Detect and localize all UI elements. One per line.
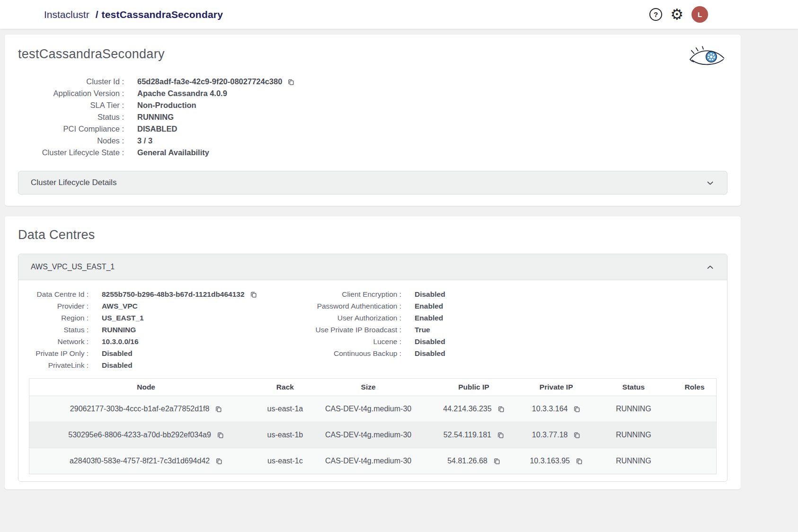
dc-panel-header[interactable]: AWS_VPC_US_EAST_1	[18, 254, 727, 280]
client-encryption-label: Client Encryption :	[301, 288, 401, 300]
user-authorization: Enabled	[415, 312, 443, 324]
copy-icon	[215, 457, 222, 465]
status-label: Status :	[18, 111, 124, 123]
provider: AWS_VPC	[102, 300, 138, 312]
instaclustr-eye-logo	[687, 46, 727, 68]
application-version: Apache Cassandra 4.0.9	[137, 88, 227, 99]
help-icon[interactable]: ?	[649, 8, 662, 21]
public-ip: 54.81.26.68	[447, 457, 488, 465]
column-header-rack: Rack	[263, 379, 307, 396]
privatelink: Disabled	[102, 359, 133, 371]
copy-button[interactable]	[573, 431, 580, 439]
copy-button[interactable]	[497, 405, 505, 413]
copy-icon	[576, 457, 583, 465]
cluster-id: 65d28adf-fa3e-42c9-9f20-08027724c380	[137, 76, 282, 88]
roles-cell	[673, 396, 717, 422]
private-ip-cell: 10.3.3.164	[518, 396, 594, 422]
copy-button[interactable]	[217, 431, 224, 439]
provider-label: Provider :	[29, 300, 89, 312]
avatar[interactable]: L	[692, 6, 708, 23]
column-header-status: Status	[594, 379, 673, 396]
cluster-status: RUNNING	[137, 111, 174, 123]
public-ip-cell: 54.81.26.68	[429, 448, 519, 474]
node-cell: 530295e6-8806-4233-a70d-bb292ef034a9	[29, 422, 263, 448]
top-bar: Instaclustr / testCassandraSecondary ? ⚙…	[0, 0, 798, 29]
password-auth: Enabled	[415, 300, 443, 312]
private-ip: 10.3.3.164	[532, 405, 568, 413]
copy-icon	[215, 405, 222, 413]
column-header-size: Size	[308, 379, 429, 396]
roles-cell	[673, 422, 717, 448]
public-ip-cell: 44.214.36.235	[429, 396, 519, 422]
lucene: Disabled	[415, 336, 445, 347]
pci-compliance-label: PCI Compliance :	[18, 123, 124, 135]
copy-button[interactable]	[215, 457, 222, 465]
nodes-label: Nodes :	[18, 135, 124, 147]
cluster-id-value: 65d28adf-fa3e-42c9-9f20-08027724c380	[137, 76, 727, 88]
status-cell: RUNNING	[594, 448, 673, 474]
copy-button[interactable]	[493, 457, 500, 465]
cluster-overview-card: testCassandraSecondary Cluster Id : 65d2…	[5, 35, 741, 206]
copy-button[interactable]	[287, 78, 294, 86]
user-authorization-label: User Authorization :	[301, 312, 401, 324]
password-auth-label: Password Authentication :	[301, 300, 401, 312]
dc-status: RUNNING	[102, 324, 136, 336]
column-header-public-ip: Public IP	[429, 379, 519, 396]
lifecycle-state: General Availability	[137, 147, 209, 159]
dc-info-right: Client Encryption : Disabled Password Au…	[301, 288, 445, 371]
chevron-down-icon	[706, 178, 715, 187]
brand-link[interactable]: Instaclustr	[44, 9, 89, 20]
public-ip: 52.54.119.181	[443, 431, 491, 439]
network: 10.3.0.0/16	[102, 336, 139, 347]
private-ip-cell: 10.3.77.18	[518, 422, 594, 448]
roles-cell	[673, 448, 717, 474]
application-version-label: Application Version :	[18, 88, 124, 99]
data-centres-title: Data Centres	[18, 228, 727, 242]
cluster-lifecycle-details-panel[interactable]: Cluster Lifecycle Details	[18, 171, 727, 195]
copy-icon	[493, 457, 500, 465]
privatelink-label: PrivateLink :	[29, 359, 89, 371]
private-ip-broadcast: True	[415, 324, 430, 336]
size-cell: CAS-DEV-t4g.medium-30	[308, 422, 429, 448]
copy-button[interactable]	[250, 291, 257, 298]
copy-button[interactable]	[576, 457, 583, 465]
copy-icon	[217, 431, 224, 439]
dc-id-value: 8255b750-b296-48b3-b67d-1121db464132	[102, 288, 301, 300]
chevron-up-icon	[706, 263, 715, 272]
public-ip: 44.214.36.235	[443, 405, 491, 413]
dc-info: Data Centre Id : 8255b750-b296-48b3-b67d…	[29, 288, 717, 371]
copy-icon	[287, 78, 294, 86]
client-encryption: Disabled	[415, 288, 445, 300]
table-row: 29062177-303b-4ccc-b1af-e2a77852d1f8 us-…	[29, 396, 717, 422]
private-ip-cell: 10.3.163.95	[518, 448, 594, 474]
node-id: 530295e6-8806-4233-a70d-bb292ef034a9	[68, 431, 211, 439]
public-ip-cell: 52.54.119.181	[429, 422, 519, 448]
breadcrumb: Instaclustr / testCassandraSecondary	[44, 9, 223, 20]
private-ip-broadcast-label: Use Private IP Broadcast :	[301, 324, 401, 336]
breadcrumb-separator: /	[96, 9, 98, 20]
dc-info-left: Data Centre Id : 8255b750-b296-48b3-b67d…	[29, 288, 301, 371]
private-ip-only: Disabled	[102, 347, 133, 359]
region-label: Region :	[29, 312, 89, 324]
copy-button[interactable]	[215, 405, 222, 413]
gear-icon[interactable]: ⚙	[670, 7, 683, 22]
node-cell: 29062177-303b-4ccc-b1af-e2a77852d1f8	[29, 396, 263, 422]
column-header-private-ip: Private IP	[518, 379, 594, 396]
lifecycle-panel-label: Cluster Lifecycle Details	[31, 178, 116, 187]
copy-button[interactable]	[573, 405, 580, 413]
private-ip: 10.3.77.18	[532, 431, 568, 439]
dc-status-label: Status :	[29, 324, 89, 336]
dc-id: 8255b750-b296-48b3-b67d-1121db464132	[102, 288, 245, 300]
data-centres-card: Data Centres AWS_VPC_US_EAST_1 Data Cent…	[5, 216, 741, 489]
rack-cell: us-east-1a	[263, 396, 307, 422]
column-header-node: Node	[29, 379, 263, 396]
copy-icon	[250, 291, 257, 298]
dc-id-label: Data Centre Id :	[29, 288, 89, 300]
cluster-id-label: Cluster Id :	[18, 76, 124, 88]
table-header-row: Node Rack Size Public IP Private IP Stat…	[29, 379, 717, 396]
size-cell: CAS-DEV-t4g.medium-30	[308, 448, 429, 474]
status-cell: RUNNING	[594, 396, 673, 422]
dc-panel: AWS_VPC_US_EAST_1 Data Centre Id : 8255b…	[18, 254, 727, 482]
copy-button[interactable]	[497, 431, 504, 439]
sla-tier: Non-Production	[137, 99, 196, 111]
